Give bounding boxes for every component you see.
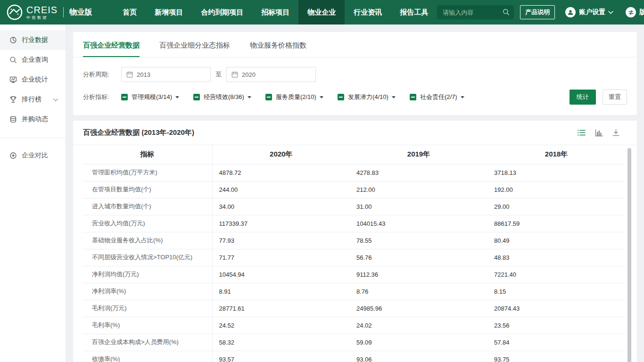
metric-value-cell: 58.32 [212,334,350,351]
table-column-header: 2018年 [487,145,625,164]
metric-label-cell: 基础物业服务收入占比(%) [83,232,212,249]
data-table-card: 百强企业经营数据 (2013年-2020年) [73,121,637,362]
download-icon[interactable] [612,129,619,137]
table-row: 不同层级营业收入情况>TOP10(亿元)71.7756.7648.83 [83,249,625,266]
indicator-dropdown[interactable]: 服务质量(2/10) [265,93,323,101]
nav-item[interactable]: 物业企业 [298,0,345,25]
indicator-dropdown[interactable]: 管理规模(3/14) [121,93,179,101]
user-avatar-icon [565,7,576,17]
analysis-indicator-row: 分析指标: 管理规模(3/14)经营绩效(8/36)服务质量(2/10)发展潜力… [83,90,627,105]
indicator-label: 分析指标: [83,93,116,101]
indicator-dropdown[interactable]: 经营绩效(8/36) [193,93,251,101]
metric-label-cell: 不同层级营业收入情况>TOP10(亿元) [83,249,212,266]
nav-item[interactable]: 行业资讯 [345,0,391,25]
metric-label-cell: 管理面积均值(万平方米) [83,164,212,181]
metric-value-cell: 23.56 [487,317,625,334]
account-settings-label: 账户设置 [579,8,605,16]
calendar-icon [231,71,238,78]
nav-item[interactable]: 招标项目 [252,0,298,25]
period-to-input[interactable] [242,71,311,78]
brand-divider [63,7,64,17]
brand-logo: CREIS 中指数据 物业版 [0,4,92,20]
table-column-header: 2019年 [350,145,487,164]
metric-value-cell: 93.06 [350,351,487,362]
chevron-down-icon [53,96,58,103]
sidebar-item-label: 企业对比 [22,151,48,160]
statistics-button[interactable]: 统计 [570,90,596,105]
metric-label-cell: 营业收入均值(万元) [83,215,212,232]
brand-name: CREIS [26,5,58,15]
sidebar-item[interactable]: 企业对比 [0,146,66,165]
sidebar-item[interactable]: 排行榜 [0,90,66,109]
period-label: 分析周期: [83,70,116,79]
metric-value-cell: 24.52 [212,317,350,334]
indicator-dropdown[interactable]: 发展潜力(4/10) [338,93,396,101]
metric-value-cell: 20874.43 [487,300,625,317]
caret-down-icon [248,96,251,99]
nav-item[interactable]: 合约到期项目 [192,0,252,25]
product-description-button[interactable]: 产品说明 [520,5,555,19]
sidebar-item[interactable]: 企业查询 [0,50,66,70]
nav-item[interactable]: 新增项目 [146,0,192,25]
table-row: 净利润率(%)8.918.768.15 [83,283,625,300]
tab[interactable]: 百强企业经营数据 [83,32,140,57]
sidebar-item[interactable]: 行业数据 [0,30,66,50]
metric-value-cell: 34.00 [212,198,350,215]
merger-icon [9,115,17,123]
metric-label-cell: 进入城市数量均值(个) [83,198,212,215]
period-from-field[interactable] [121,67,211,82]
metric-label-cell: 毛利率(%) [83,317,212,334]
version-menu[interactable]: 版本 [626,7,644,17]
main-nav: 首页新增项目合约到期项目招标项目物业企业行业资讯报告工具 [114,0,437,25]
metric-label-cell: 在管项目数量均值(个) [83,181,212,198]
industry-data-icon [9,36,17,44]
metric-value-cell: 8.76 [350,283,487,300]
list-view-icon[interactable] [578,129,586,136]
metric-label-cell: 收缴率(%) [83,351,212,362]
metric-value-cell: 192.00 [487,181,625,198]
period-to-field[interactable] [226,67,316,82]
sidebar-item[interactable]: 企业统计 [0,70,66,90]
filter-card: 百强企业经营数据百强企业细分业态指标物业服务价格指数 分析周期: 至 [73,32,637,115]
compare-icon [9,152,17,159]
nav-item[interactable]: 报告工具 [391,0,437,25]
table-row: 基础物业服务收入占比(%)77.9378.5580.49 [83,232,625,249]
sidebar-item-label: 行业数据 [22,36,48,44]
nav-item[interactable]: 首页 [114,0,146,25]
sidebar-item-label: 企业统计 [22,75,48,84]
analysis-period-row: 分析周期: 至 [83,67,627,82]
sidebar: 行业数据企业查询企业统计排行榜并购动态企业对比 [0,25,66,362]
indicator-label: 服务质量(2/10) [276,93,316,101]
metric-value-cell: 48.83 [487,249,625,266]
navbar-search [437,5,514,19]
period-from-input[interactable] [137,71,206,78]
company-stats-icon [9,76,17,83]
indicator-checkbox[interactable] [338,94,344,100]
tab[interactable]: 百强企业细分业态指标 [159,32,230,57]
indicator-checkbox[interactable] [193,94,200,100]
table-row: 营业收入均值(万元)117339.37104015.4388617.59 [83,215,625,232]
indicator-dropdown[interactable]: 社会责任(2/7) [410,93,464,101]
indicator-checkbox[interactable] [265,94,272,100]
chart-view-icon[interactable] [595,129,603,137]
caret-down-icon [320,96,323,99]
table-row: 管理面积均值(万平方米)4878.724278.833718.13 [83,164,625,181]
sidebar-item[interactable]: 并购动态 [0,109,66,129]
metric-value-cell: 8.15 [487,283,625,300]
metric-value-cell: 3718.13 [487,164,625,181]
top-navbar: CREIS 中指数据 物业版 首页新增项目合约到期项目招标项目物业企业行业资讯报… [0,0,644,25]
table-title: 百强企业经营数据 (2013年-2020年) [83,128,194,137]
reset-button[interactable]: 重置 [603,90,627,105]
table-column-header: 2020年 [212,145,350,164]
brand-edition: 物业版 [69,8,92,17]
indicator-checkbox[interactable] [410,94,416,100]
search-icon[interactable] [503,8,510,16]
indicator-checkbox[interactable] [121,94,128,100]
metric-value-cell: 88617.59 [487,215,625,232]
metric-value-cell: 77.93 [212,232,350,249]
table-scrollbar[interactable] [627,148,631,362]
metric-value-cell: 31.00 [350,198,487,215]
tab[interactable]: 物业服务价格指数 [250,32,306,57]
account-settings-menu[interactable]: 账户设置 [565,7,613,17]
metric-value-cell: 78.55 [350,232,487,249]
